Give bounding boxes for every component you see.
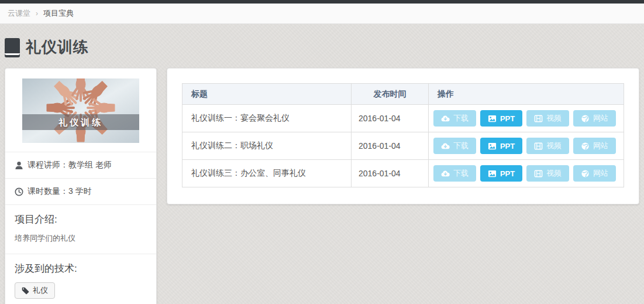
- tech-tag-label: 礼仪: [33, 285, 48, 296]
- website-label: 网站: [593, 113, 608, 124]
- globe-icon: [581, 169, 590, 178]
- breadcrumb-current: 项目宝典: [43, 8, 74, 19]
- ppt-label: PPT: [500, 114, 515, 123]
- hours-row: 课时数量：3 学时: [5, 178, 156, 204]
- course-image-wrap: 礼仪训练: [5, 69, 156, 152]
- cloud-download-icon: [441, 114, 450, 123]
- row-actions: 下载 PPT 视频 网站: [429, 132, 624, 160]
- table-row: 礼仪训练三：办公室、同事礼仪 2016-01-04 下载 PPT: [182, 160, 624, 187]
- page-title: 礼仪训练: [26, 37, 89, 57]
- book-icon: [5, 37, 20, 57]
- film-icon: [534, 142, 543, 151]
- image-icon: [488, 142, 497, 151]
- row-actions: 下载 PPT 视频 网站: [429, 160, 624, 187]
- image-icon: [488, 114, 497, 123]
- instructor-label: 课程讲师：教学组 老师: [27, 160, 112, 170]
- image-icon: [488, 169, 497, 178]
- hands-illustration: [22, 78, 139, 143]
- ppt-button[interactable]: PPT: [480, 110, 522, 127]
- clock-icon: [15, 187, 23, 196]
- header-title: 标题: [182, 84, 352, 105]
- header-date: 发布时间: [352, 84, 429, 105]
- ppt-button[interactable]: PPT: [480, 165, 522, 182]
- website-label: 网站: [593, 168, 608, 179]
- materials-table: 标题 发布时间 操作 礼仪训练一：宴会聚会礼仪 2016-01-04 下载: [182, 83, 624, 187]
- table-row: 礼仪训练一：宴会聚会礼仪 2016-01-04 下载 PPT: [182, 105, 624, 132]
- video-button[interactable]: 视频: [526, 110, 569, 127]
- materials-card: 标题 发布时间 操作 礼仪训练一：宴会聚会礼仪 2016-01-04 下载: [167, 68, 639, 204]
- intro-title: 项目介绍:: [15, 213, 147, 226]
- download-label: 下载: [453, 168, 469, 179]
- cloud-download-icon: [441, 142, 450, 151]
- video-button[interactable]: 视频: [526, 138, 569, 154]
- tech-section: 涉及到的技术: 礼仪: [5, 254, 156, 304]
- website-button[interactable]: 网站: [573, 110, 616, 127]
- video-label: 视频: [546, 168, 562, 179]
- course-info-card: 礼仪训练 课程讲师：教学组 老师 课时数量：3 学时 项目介绍: 培养同学们的礼…: [5, 68, 157, 304]
- tech-tag-button[interactable]: 礼仪: [15, 282, 55, 299]
- publish-date: 2016-01-04: [352, 132, 429, 160]
- lesson-title: 礼仪训练二：职场礼仪: [182, 132, 352, 160]
- download-label: 下载: [453, 141, 469, 151]
- course-image-caption: 礼仪训练: [22, 114, 139, 130]
- hours-label: 课时数量：3 学时: [27, 186, 92, 197]
- tag-icon: [22, 287, 29, 295]
- breadcrumb: 云课堂 › 项目宝典: [0, 4, 644, 24]
- download-label: 下载: [453, 113, 469, 124]
- breadcrumb-separator: ›: [36, 9, 38, 18]
- intro-body: 培养同学们的礼仪: [15, 233, 147, 244]
- globe-icon: [581, 114, 590, 123]
- content-layout: 礼仪训练 课程讲师：教学组 老师 课时数量：3 学时 项目介绍: 培养同学们的礼…: [0, 60, 644, 304]
- download-button[interactable]: 下载: [433, 138, 476, 154]
- video-label: 视频: [546, 141, 562, 151]
- user-icon: [15, 161, 23, 170]
- cloud-download-icon: [441, 169, 450, 178]
- table-header-row: 标题 发布时间 操作: [182, 84, 624, 105]
- website-button[interactable]: 网站: [573, 138, 616, 154]
- table-body: 礼仪训练一：宴会聚会礼仪 2016-01-04 下载 PPT: [182, 105, 624, 187]
- publish-date: 2016-01-04: [352, 160, 429, 187]
- row-actions: 下载 PPT 视频 网站: [429, 105, 624, 132]
- ppt-label: PPT: [500, 169, 515, 178]
- video-button[interactable]: 视频: [526, 165, 569, 182]
- breadcrumb-home-link[interactable]: 云课堂: [8, 8, 30, 19]
- film-icon: [534, 169, 543, 178]
- globe-icon: [581, 142, 590, 151]
- header-actions: 操作: [429, 84, 624, 105]
- film-icon: [534, 114, 543, 123]
- lesson-title: 礼仪训练一：宴会聚会礼仪: [182, 105, 352, 132]
- course-image: 礼仪训练: [22, 78, 139, 143]
- intro-section: 项目介绍: 培养同学们的礼仪: [5, 204, 156, 254]
- lesson-title: 礼仪训练三：办公室、同事礼仪: [182, 160, 352, 187]
- instructor-row: 课程讲师：教学组 老师: [5, 152, 156, 178]
- website-label: 网站: [593, 141, 608, 151]
- video-label: 视频: [546, 113, 562, 124]
- table-row: 礼仪训练二：职场礼仪 2016-01-04 下载 PPT: [182, 132, 624, 160]
- page-header: 礼仪训练: [0, 24, 644, 60]
- ppt-label: PPT: [500, 142, 515, 151]
- download-button[interactable]: 下载: [433, 165, 476, 182]
- publish-date: 2016-01-04: [352, 105, 429, 132]
- ppt-button[interactable]: PPT: [480, 138, 522, 154]
- website-button[interactable]: 网站: [573, 165, 616, 182]
- download-button[interactable]: 下载: [433, 110, 476, 127]
- tech-title: 涉及到的技术:: [15, 262, 147, 275]
